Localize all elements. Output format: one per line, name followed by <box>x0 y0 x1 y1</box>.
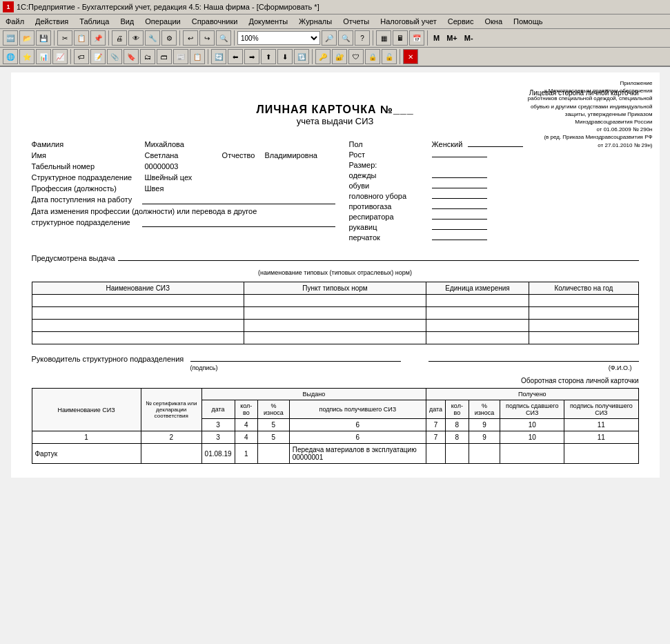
right-annotation: Приложение к Межотраслевым правилам обес… <box>515 79 653 149</box>
podpis-caption: (подпись) <box>190 364 218 371</box>
tb2-btn14[interactable]: ⬅ <box>228 49 243 64</box>
norm-caption: (наименование типовых (типовых отраслевы… <box>32 269 639 276</box>
tb2-btn17[interactable]: ⬇ <box>277 49 293 64</box>
cut-btn[interactable]: ✂ <box>57 30 72 46</box>
golovnogo-label: головного убора <box>349 192 432 200</box>
row4-naim <box>32 332 244 344</box>
tb2-btn15[interactable]: ➡ <box>244 49 259 64</box>
protivogaza-row: противогаза <box>349 202 639 211</box>
tb2-btn8[interactable]: 🔖 <box>124 49 139 64</box>
golovnogo-line <box>432 198 487 199</box>
tb2-btn16[interactable]: ⬆ <box>261 49 276 64</box>
info-right: Пол Женский Рост Размер: одежды обуви го… <box>349 140 639 244</box>
print-btn[interactable]: 🖨 <box>112 30 127 46</box>
row4-ed <box>426 332 529 344</box>
bth-vydano: Выдано <box>201 389 426 400</box>
open-btn[interactable]: 📂 <box>19 30 35 46</box>
zoom-out-btn[interactable]: 🔍 <box>338 30 353 46</box>
row1-ed <box>426 295 529 307</box>
otchestvo-label: Отчество <box>222 151 255 159</box>
menu-directories[interactable]: Справочники <box>189 16 241 27</box>
bth-p-iznos: % износа <box>469 400 500 419</box>
th-punkt-norm: Пункт типовых норм <box>244 282 426 295</box>
annot-line2: к Межотраслевым правилам обеспечения <box>515 87 653 95</box>
undo-btn[interactable]: ↩ <box>183 30 198 46</box>
copy-btn[interactable]: 📋 <box>74 30 89 46</box>
btn3[interactable]: 🔧 <box>145 30 160 46</box>
menu-table[interactable]: Таблица <box>77 16 112 27</box>
tb2-btn12[interactable]: 📋 <box>190 49 205 64</box>
rost-row: Рост <box>349 150 639 159</box>
menu-service[interactable]: Сервис <box>445 16 477 27</box>
bth-num5: 7 <box>426 419 446 431</box>
mplus-label: M+ <box>444 34 460 42</box>
tb2-btn20[interactable]: 🔐 <box>332 49 347 64</box>
toolbar-2: 🌐 ⭐ 📊 📈 🏷 📝 📎 🔖 🗂 🗃 📰 📋 🔄 ⬅ ➡ ⬆ ⬇ 🔃 🔑 🔐 … <box>0 48 670 67</box>
redo-btn[interactable]: ↪ <box>199 30 215 46</box>
tb2-btn3[interactable]: 📊 <box>36 49 51 64</box>
tb2-btn2[interactable]: ⭐ <box>19 49 35 64</box>
tb2-btn5[interactable]: 🏷 <box>74 49 89 64</box>
help-btn[interactable]: ? <box>355 30 370 46</box>
data-postup-label: Дата поступления на работу <box>32 195 142 204</box>
app-icon: 1 <box>3 1 14 12</box>
odezhdy-row: одежды <box>349 171 639 179</box>
btn4[interactable]: ⚙ <box>161 30 177 46</box>
paste-btn[interactable]: 📌 <box>90 30 106 46</box>
menu-bar: Файл Действия Таблица Вид Операции Справ… <box>0 14 670 29</box>
row2-kol <box>529 307 638 320</box>
menu-windows[interactable]: Окна <box>482 16 505 27</box>
menu-documents[interactable]: Документы <box>246 16 290 27</box>
tb2-btn22[interactable]: 🔒 <box>365 49 380 64</box>
tb2-btn24[interactable]: ✕ <box>403 49 418 64</box>
odezhdy-label: одежды <box>349 171 432 179</box>
tb2-btn10[interactable]: 🗃 <box>157 49 172 64</box>
menu-tax[interactable]: Налоговый учет <box>377 16 440 27</box>
calc-btn[interactable]: 🖩 <box>393 30 408 46</box>
tb2-btn13[interactable]: 🔄 <box>211 49 226 64</box>
mminus-label: M- <box>462 34 476 42</box>
signature-section: Руководитель структурного подразделения <box>32 355 639 363</box>
tb2-btn7[interactable]: 📎 <box>107 49 122 64</box>
menu-file[interactable]: Файл <box>3 16 27 27</box>
th-edinitsa: Единица измерения <box>426 282 529 295</box>
menu-actions[interactable]: Действия <box>32 16 71 27</box>
find-btn[interactable]: 🔍 <box>216 30 231 46</box>
menu-reports[interactable]: Отчеты <box>340 16 372 27</box>
menu-view[interactable]: Вид <box>117 16 137 27</box>
tb2-btn4[interactable]: 📈 <box>52 49 68 64</box>
tb2-btn19[interactable]: 🔑 <box>315 49 331 64</box>
tb2-btn11[interactable]: 📰 <box>173 49 188 64</box>
cal-btn[interactable]: 📅 <box>409 30 424 46</box>
info-left: Фамилия Михайлова Имя Светлана Отчество … <box>32 140 335 244</box>
bth-p-data: дата <box>426 400 446 419</box>
zoom-in-btn[interactable]: 🔎 <box>322 30 337 46</box>
row3-punkt <box>244 320 426 332</box>
row1-naim <box>32 295 244 307</box>
bth-polucheno: Получено <box>426 389 638 400</box>
predusmotrena-line <box>118 260 639 261</box>
bth-v-iznos: % износа <box>258 400 290 419</box>
tb2-btn21[interactable]: 🛡 <box>348 49 364 64</box>
menu-operations[interactable]: Операции <box>142 16 183 27</box>
perchatock-row: перчаток <box>349 233 639 242</box>
tb2-btn23[interactable]: 🔓 <box>382 49 397 64</box>
tb2-btn6[interactable]: 📝 <box>90 49 106 64</box>
save-btn[interactable]: 💾 <box>36 30 51 46</box>
menu-journals[interactable]: Журналы <box>296 16 335 27</box>
grid-btn[interactable]: ▦ <box>376 30 391 46</box>
familiya-row: Фамилия Михайлова <box>32 140 335 148</box>
familiya-label: Фамилия <box>32 140 142 148</box>
zoom-combo[interactable]: 100% <box>237 31 320 45</box>
bth-col2: 2 <box>141 431 201 444</box>
preview-btn[interactable]: 👁 <box>128 30 144 46</box>
tabelny-label: Табельный номер <box>32 162 142 170</box>
tb2-btn18[interactable]: 🔃 <box>294 49 309 64</box>
tb2-btn9[interactable]: 🗂 <box>140 49 155 64</box>
bth-num9: 11 <box>564 419 638 431</box>
tb2-btn1[interactable]: 🌐 <box>3 49 18 64</box>
new-btn[interactable]: 🆕 <box>3 30 18 46</box>
professiya-value: Швея <box>142 184 335 193</box>
menu-help[interactable]: Помощь <box>511 16 546 27</box>
th-naim-siz: Наименование СИЗ <box>32 282 244 295</box>
